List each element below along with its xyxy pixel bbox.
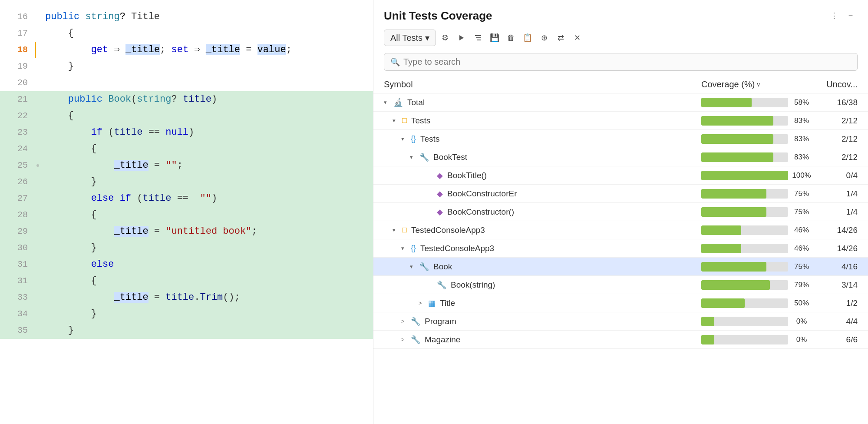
pct-total: 58% <box>791 98 812 107</box>
code-line-22: 22 { <box>0 108 373 124</box>
line-content-20 <box>42 75 373 91</box>
code-line-28: 28 { <box>0 207 373 223</box>
delete-icon[interactable]: 🗑 <box>504 30 518 45</box>
toolbar: All Tests ▾ ⚙ 💾 🗑 📋 ⊕ ⇄ ✕ <box>373 30 868 53</box>
code-line-23: 23 if (title == null) <box>0 124 373 141</box>
table-row-tca3-ns[interactable]: ▾ {} TestedConsoleApp3 46% 14/26 <box>373 239 868 258</box>
coverage-title: 50% <box>701 298 814 308</box>
table-row-bookconstr-er[interactable]: ◆ BookConstructorEr 75% 1/4 <box>373 185 868 203</box>
table-row-tca3-folder[interactable]: ▾ □ TestedConsoleApp3 46% 14/26 <box>373 221 868 239</box>
gutter-30 <box>35 240 42 256</box>
coverage-bookconstr: 75% <box>701 207 814 217</box>
name-program: Program <box>425 317 456 326</box>
table-row-title[interactable]: > ▦ Title 50% 1/2 <box>373 294 868 312</box>
add-icon[interactable]: ⊕ <box>537 30 551 45</box>
coverage-tca3-ns: 46% <box>701 244 814 253</box>
symbol-tca3-folder: ▾ □ TestedConsoleApp3 <box>384 225 701 235</box>
uncov-tests-ns: 2/12 <box>814 134 858 144</box>
pct-program: 0% <box>791 317 812 326</box>
search-input[interactable] <box>403 57 851 67</box>
name-total: Total <box>407 98 425 107</box>
table-header: Symbol Coverage (%) ∨ Uncov... <box>373 76 868 93</box>
gutter-20 <box>35 75 42 91</box>
table-row-program[interactable]: > 🔧 Program 0% 4/4 <box>373 312 868 331</box>
line-num-16: 16 <box>0 9 35 25</box>
uncov-book-string: 3/14 <box>814 280 858 290</box>
uncov-tests-folder: 2/12 <box>814 116 858 126</box>
table-row-tests-ns[interactable]: ▾ {} Tests 83% 2/12 <box>373 130 868 148</box>
uncov-magazine: 6/6 <box>814 335 858 344</box>
table-row-booktitle[interactable]: ◆ BookTitle() 100% 0/4 <box>373 166 868 185</box>
table-row-bookconstr[interactable]: ◆ BookConstructor() 75% 1/4 <box>373 203 868 221</box>
pct-book-string: 79% <box>791 281 812 289</box>
gutter-25 <box>35 157 42 174</box>
code-editor: 16 public string? Title 17 { 18 get ⇒ _t… <box>0 0 373 424</box>
name-tests-folder: Tests <box>411 116 430 126</box>
bar-fill-bookconstr <box>701 207 766 217</box>
uncov-bookconstr: 1/4 <box>814 207 858 217</box>
code-line-31b: 31 { <box>0 273 373 289</box>
symbol-tests-folder: ▾ □ Tests <box>384 116 701 126</box>
gutter-16 <box>35 9 42 25</box>
search-bar: 🔍 <box>373 53 868 76</box>
line-num-35: 35 <box>0 322 35 339</box>
save-icon[interactable]: 💾 <box>487 30 502 45</box>
symbol-total: ▾ 🔬 Total <box>384 98 701 107</box>
pct-book: 75% <box>791 262 812 271</box>
bar-magazine <box>701 335 788 344</box>
chevron-tests-folder: ▾ <box>393 117 399 124</box>
copy-icon[interactable]: 📋 <box>520 30 535 45</box>
name-tests-ns: Tests <box>420 134 439 144</box>
uncov-book: 4/16 <box>814 262 858 272</box>
code-line-21: 21 public Book(string? title) <box>0 91 373 108</box>
gutter-34 <box>35 306 42 322</box>
pct-magazine: 0% <box>791 335 812 344</box>
all-tests-button[interactable]: All Tests ▾ <box>384 30 436 46</box>
name-booktest: BookTest <box>433 152 467 162</box>
icon-book: 🔧 <box>419 262 429 272</box>
icon-booktitle: ◆ <box>437 171 443 180</box>
gutter-29 <box>35 223 42 240</box>
bar-book <box>701 262 788 272</box>
table-row-book[interactable]: ▾ 🔧 Book 75% 4/16 <box>373 258 868 276</box>
table-row-tests-folder[interactable]: ▾ □ Tests 83% 2/12 <box>373 112 868 130</box>
line-content-22: { <box>42 108 373 124</box>
code-line-34: 34 } <box>0 306 373 322</box>
more-options-icon[interactable]: ⋮ <box>827 9 841 23</box>
uncov-booktest: 2/12 <box>814 152 858 162</box>
code-line-26: 26 } <box>0 174 373 190</box>
tree-icon[interactable] <box>471 30 485 45</box>
line-content-25: _title = ""; <box>42 157 373 174</box>
settings-icon[interactable]: ⚙ <box>438 30 452 45</box>
icon-booktest: 🔧 <box>419 152 429 162</box>
table-row-book-string[interactable]: 🔧 Book(string) 79% 3/14 <box>373 276 868 294</box>
line-num-19: 19 <box>0 58 35 75</box>
table-row-booktest[interactable]: ▾ 🔧 BookTest 83% 2/12 <box>373 148 868 166</box>
coverage-book: 75% <box>701 262 814 272</box>
close-icon[interactable]: ✕ <box>570 30 584 45</box>
bar-fill-tca3-folder <box>701 225 741 235</box>
pct-tests-folder: 83% <box>791 116 812 125</box>
gutter-21 <box>35 91 42 108</box>
icon-tests-ns: {} <box>411 134 416 143</box>
bar-fill-magazine <box>701 335 714 344</box>
run-icon[interactable] <box>454 30 469 45</box>
chevron-booktitle <box>427 172 433 179</box>
uncov-total: 16/38 <box>814 98 858 107</box>
coverage-booktest: 83% <box>701 152 814 162</box>
chevron-book: ▾ <box>410 263 416 270</box>
coverage-magazine: 0% <box>701 335 814 344</box>
table-row-total[interactable]: ▾ 🔬 Total 58% 16/38 <box>373 93 868 112</box>
code-line-17: 17 { <box>0 25 373 42</box>
coverage-tca3-folder: 46% <box>701 225 814 235</box>
refresh-icon[interactable]: ⇄ <box>553 30 568 45</box>
code-line-19: 19 } <box>0 58 373 75</box>
minimize-icon[interactable]: − <box>844 9 858 23</box>
line-content-34: } <box>42 306 373 322</box>
bar-title <box>701 298 788 308</box>
line-content-30: } <box>42 240 373 256</box>
col-coverage-header[interactable]: Coverage (%) ∨ <box>701 80 814 89</box>
name-bookconstr-er: BookConstructorEr <box>447 189 517 199</box>
code-line-35: 35 } <box>0 322 373 339</box>
table-row-magazine[interactable]: > 🔧 Magazine 0% 6/6 <box>373 331 868 349</box>
